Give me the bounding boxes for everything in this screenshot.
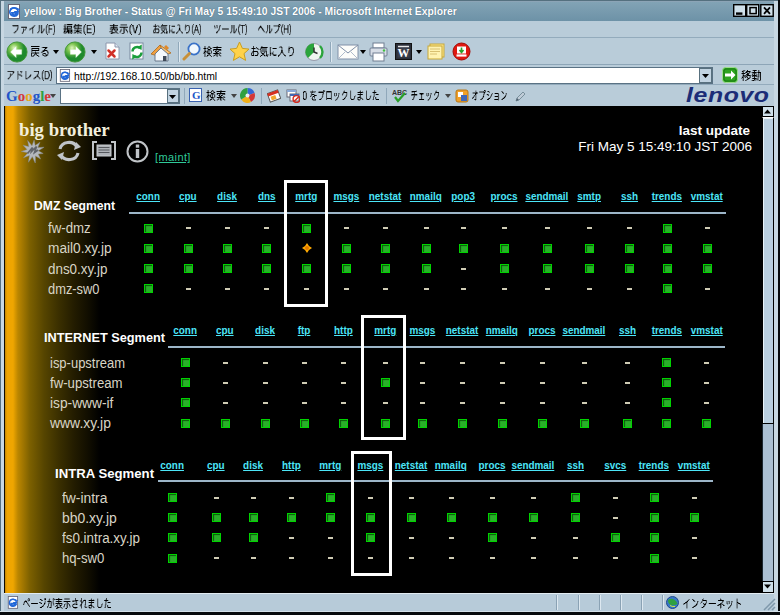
svg-text:ABC: ABC bbox=[392, 89, 407, 96]
svg-text:W: W bbox=[398, 46, 410, 60]
